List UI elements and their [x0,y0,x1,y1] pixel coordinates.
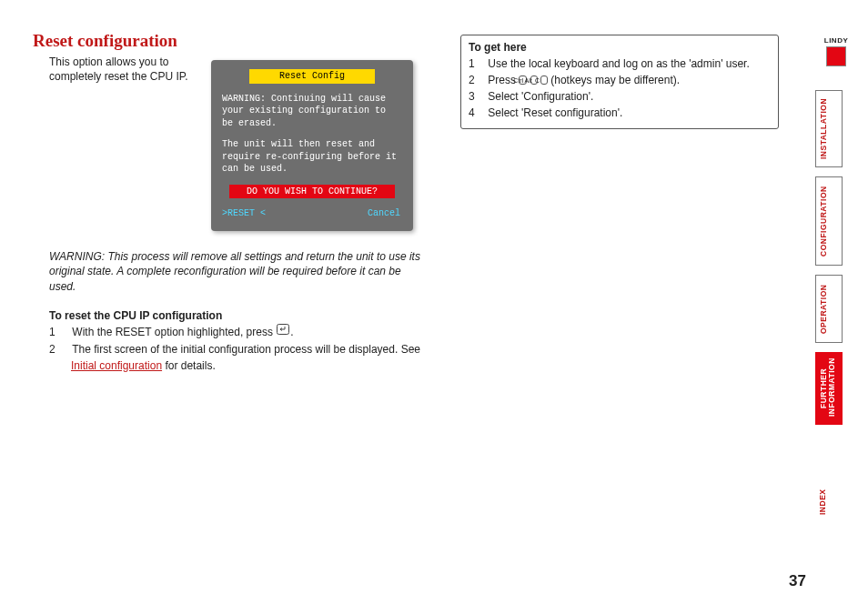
get-here-step-3-text: Select 'Configuration'. [488,90,593,103]
to-get-here-box: To get here 1 Use the local keyboard and… [460,35,779,129]
get-here-step-2-text-b: (hotkeys may be different). [548,74,680,86]
reset-step-1-text-a: With the RESET option highlighted, press [72,326,276,338]
reset-step-2-text-b: for details. [162,359,216,372]
get-here-step-4-text: Select 'Reset configuration'. [488,106,622,119]
c-key-icon: C [540,75,548,85]
dialog-header: Reset Config [249,69,375,84]
tab-further-information[interactable]: FURTHER INFORMATION [815,352,843,425]
dialog-cancel-option[interactable]: Cancel [368,207,400,220]
reset-config-dialog: Reset Config WARNING: Continuing will ca… [211,60,413,231]
right-column: To get here 1 Use the local keyboard and… [460,31,779,376]
dialog-reset-option[interactable]: >RESET < [222,207,266,220]
manual-page: LINDY INSTALLATION CONFIGURATION OPERATI… [0,0,868,614]
main-content: Reset configuration This option allows y… [33,31,841,376]
get-here-step-4: 4 Select 'Reset configuration'. [478,105,769,121]
side-nav-tabs: INSTALLATION CONFIGURATION OPERATION FUR… [815,40,843,525]
dialog-body: WARNING: Continuing will cause your exis… [222,93,402,176]
reset-step-2: 2 The first screen of the initial config… [60,342,424,374]
get-here-step-1: 1 Use the local keyboard and log on as t… [478,55,769,72]
page-title: Reset configuration [33,31,424,51]
to-get-here-header: To get here [469,41,769,54]
step-number: 4 [478,105,485,121]
left-column: Reset configuration This option allows y… [33,31,424,376]
warning-note: WARNING: This process will remove all se… [49,249,424,295]
dialog-prompt: DO YOU WISH TO CONTINUE? [229,185,395,199]
dialog-warn1: WARNING: Continuing will cause your exis… [222,93,402,130]
step-number: 2 [60,342,69,357]
initial-configuration-link[interactable]: Initial configuration [71,359,162,372]
reset-steps: To reset the CPU IP configuration 1 With… [49,309,424,374]
tab-configuration[interactable]: CONFIGURATION [815,176,843,266]
enter-key-icon [277,324,289,335]
step-number: 1 [60,325,69,340]
get-here-step-3: 3 Select 'Configuration'. [478,88,769,105]
step-number: 2 [478,72,485,88]
tab-index[interactable]: INDEX [815,479,843,525]
get-here-step-1-text: Use the local keyboard and log on as the… [488,57,749,70]
reset-steps-header: To reset the CPU IP configuration [49,309,424,322]
reset-step-1: 1 With the RESET option highlighted, pre… [60,324,424,340]
dialog-buttons: >RESET < Cancel [222,207,402,220]
get-here-step-2: 2 Press Ctrl Alt C (hotkeys may be diffe… [478,72,769,88]
intro-text: This option allows you to completely res… [49,55,204,84]
tab-installation[interactable]: INSTALLATION [815,90,843,167]
dialog-warn2: The unit will then reset and require re-… [222,138,402,176]
page-number: 37 [789,572,806,590]
step-number: 3 [478,88,485,105]
reset-step-1-text-b: . [290,326,293,338]
tab-operation[interactable]: OPERATION [815,275,843,343]
reset-step-2-text-a: The first screen of the initial configur… [72,343,420,356]
step-number: 1 [478,55,485,72]
intro-and-dialog: This option allows you to completely res… [33,55,424,231]
